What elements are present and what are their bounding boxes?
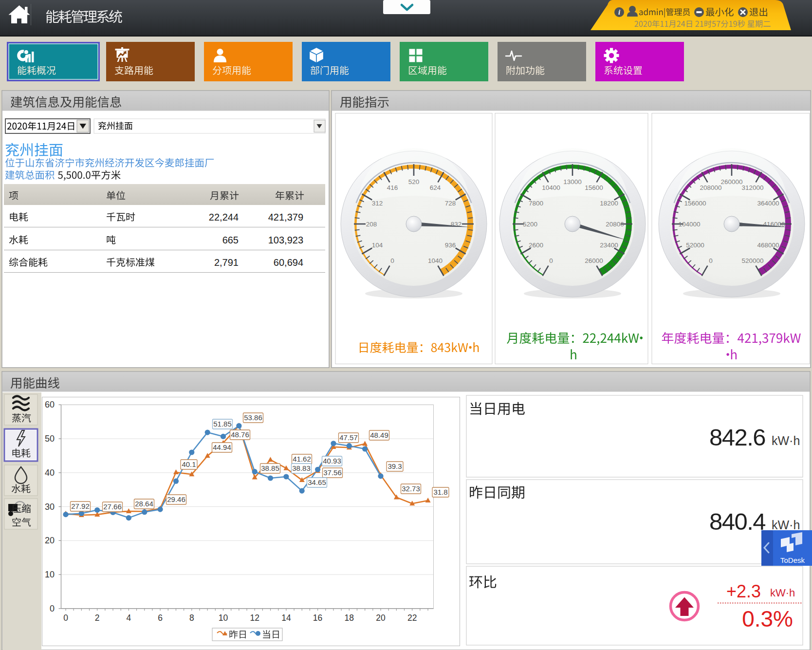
svg-text:0: 0 (709, 257, 713, 264)
svg-text:18: 18 (345, 613, 354, 623)
svg-text:22: 22 (407, 613, 417, 623)
svg-text:842.6: 842.6 (709, 424, 765, 450)
svg-text:23400: 23400 (600, 241, 618, 249)
svg-text:208: 208 (366, 221, 377, 228)
svg-text:7800: 7800 (529, 200, 543, 207)
svg-text:20: 20 (45, 536, 55, 545)
svg-text:4: 4 (127, 613, 131, 623)
svg-text:34.65: 34.65 (308, 478, 326, 486)
svg-text:0.3%: 0.3% (742, 606, 793, 631)
svg-text:104: 104 (372, 241, 383, 249)
svg-text:15600: 15600 (585, 184, 603, 191)
svg-text:6: 6 (158, 613, 163, 623)
svg-text:520: 520 (408, 178, 420, 186)
svg-text:40: 40 (45, 468, 55, 478)
svg-text:0: 0 (63, 613, 68, 623)
svg-text:39.3: 39.3 (388, 462, 402, 470)
svg-text:41.62: 41.62 (293, 455, 311, 463)
svg-text:16: 16 (313, 613, 322, 623)
svg-text:38.85: 38.85 (261, 464, 279, 472)
svg-text:18200: 18200 (600, 200, 618, 207)
svg-text:520000: 520000 (741, 257, 763, 264)
svg-text:312000: 312000 (741, 184, 763, 191)
svg-text:10400: 10400 (542, 184, 560, 191)
svg-text:22,244: 22,244 (209, 212, 239, 223)
svg-text:2,791: 2,791 (214, 257, 239, 268)
svg-text:2: 2 (95, 613, 100, 623)
svg-text:kW·h: kW·h (772, 518, 800, 532)
svg-text:13000: 13000 (563, 178, 582, 186)
svg-text:38.83: 38.83 (292, 464, 311, 472)
svg-text:103,923: 103,923 (268, 235, 303, 245)
svg-text:37.56: 37.56 (323, 468, 342, 477)
svg-text:48.49: 48.49 (370, 431, 388, 439)
svg-text:1040: 1040 (428, 257, 443, 264)
svg-text:29.46: 29.46 (167, 495, 185, 503)
svg-text:27.92: 27.92 (71, 502, 90, 510)
svg-text:104000: 104000 (678, 221, 700, 228)
svg-text:20800: 20800 (606, 221, 624, 228)
svg-text:0: 0 (549, 257, 553, 264)
svg-text:48.76: 48.76 (231, 430, 249, 439)
svg-text:27.66: 27.66 (103, 502, 122, 511)
svg-text:416: 416 (387, 184, 398, 191)
svg-text:51.85: 51.85 (213, 420, 232, 428)
svg-text:840.4: 840.4 (709, 508, 765, 535)
svg-text:28.64: 28.64 (135, 500, 153, 508)
svg-text:47.57: 47.57 (339, 433, 358, 442)
svg-text:31.8: 31.8 (433, 488, 447, 496)
svg-text:53.86: 53.86 (244, 413, 262, 422)
svg-text:624: 624 (430, 184, 441, 191)
svg-text:421,379: 421,379 (268, 212, 303, 223)
svg-text:40.93: 40.93 (323, 457, 341, 465)
svg-text:kW·h: kW·h (770, 587, 795, 599)
svg-text:2600: 2600 (529, 241, 543, 249)
svg-text:30: 30 (45, 502, 55, 512)
svg-text:468000: 468000 (757, 241, 779, 249)
svg-text:156000: 156000 (684, 200, 706, 207)
svg-text:10: 10 (45, 570, 55, 579)
svg-text:8: 8 (189, 613, 194, 623)
svg-text:936: 936 (445, 241, 456, 249)
svg-text:ToDesk: ToDesk (780, 556, 805, 564)
svg-text:728: 728 (445, 200, 456, 207)
svg-text:12: 12 (250, 613, 259, 623)
svg-text:26000: 26000 (585, 257, 603, 264)
svg-text:5200: 5200 (523, 221, 537, 228)
svg-text:+2.3: +2.3 (726, 581, 761, 601)
svg-text:20: 20 (376, 613, 386, 623)
svg-text:0: 0 (390, 257, 394, 264)
svg-text:40.1: 40.1 (182, 460, 196, 468)
svg-text:60,694: 60,694 (274, 257, 303, 268)
svg-text:60: 60 (45, 400, 55, 409)
svg-text:50: 50 (45, 434, 55, 444)
svg-text:44.94: 44.94 (213, 443, 231, 451)
svg-text:52000: 52000 (686, 241, 704, 249)
svg-text:10: 10 (219, 613, 228, 623)
svg-text:312: 312 (372, 200, 383, 207)
svg-text:260000: 260000 (720, 178, 742, 186)
svg-text:0: 0 (50, 604, 55, 613)
svg-text:14: 14 (281, 613, 291, 623)
svg-text:364000: 364000 (757, 200, 779, 207)
svg-text:kW·h: kW·h (772, 434, 800, 447)
svg-text:665: 665 (222, 235, 239, 245)
svg-text:32.73: 32.73 (402, 484, 420, 493)
svg-text:208000: 208000 (700, 184, 721, 191)
